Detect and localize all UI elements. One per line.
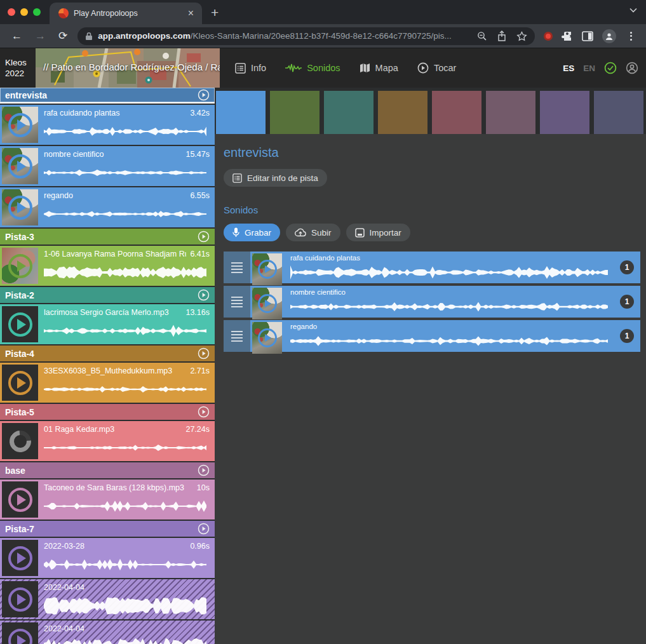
share-icon[interactable]	[497, 30, 506, 41]
sound-item[interactable]: regando 6.55s	[0, 187, 215, 227]
track-color-tab[interactable]	[378, 91, 427, 134]
play-icon[interactable]	[8, 587, 32, 612]
record-button[interactable]: Grabar	[224, 224, 280, 241]
edit-track-info-button[interactable]: Editar info de pista	[224, 169, 327, 187]
sync-check-icon[interactable]	[604, 62, 617, 74]
reload-button[interactable]: ⟳	[52, 29, 74, 43]
track-color-tab[interactable]	[270, 91, 320, 134]
sound-item[interactable]: 01 Raga Kedar.mp3 27.24s	[0, 421, 215, 461]
sound-thumbnail[interactable]	[252, 288, 282, 319]
track-play-icon[interactable]	[198, 464, 210, 476]
new-tab-button[interactable]: +	[202, 5, 227, 24]
play-icon[interactable]	[8, 196, 32, 220]
track-header[interactable]: Pista-5	[0, 404, 215, 420]
track-color-tab[interactable]	[594, 91, 643, 134]
track-color-tab[interactable]	[216, 91, 266, 137]
drag-handle-icon[interactable]	[224, 252, 250, 283]
play-icon[interactable]	[8, 254, 32, 278]
lang-en-button[interactable]: EN	[583, 64, 595, 73]
project-map-thumbnail[interactable]: // Patio en Bordador Rodríguez Ojeda / R…	[36, 48, 220, 88]
play-icon[interactable]	[8, 312, 32, 337]
sound-thumbnail[interactable]	[2, 423, 38, 459]
close-window-button[interactable]	[8, 8, 15, 16]
track-play-icon[interactable]	[198, 523, 210, 535]
browser-tab[interactable]: Play Antropoloops ×	[50, 3, 202, 24]
bookmark-star-icon[interactable]	[516, 31, 527, 41]
address-bar[interactable]: app.antropoloops.com/Kleos-Santa-Marina/…	[77, 27, 535, 45]
nav-tocar[interactable]: Tocar	[411, 57, 462, 79]
nav-info[interactable]: Info	[229, 58, 273, 79]
panel-sound-row[interactable]: regando 1	[224, 320, 640, 352]
play-icon[interactable]	[8, 371, 32, 395]
tab-close-icon[interactable]: ×	[186, 8, 196, 18]
track-header[interactable]: Pista-4	[0, 345, 215, 361]
profile-avatar-icon[interactable]	[602, 29, 616, 43]
track-header[interactable]: entrevista	[0, 88, 215, 104]
sound-thumbnail[interactable]	[2, 365, 38, 401]
track-play-icon[interactable]	[198, 406, 210, 418]
sound-thumbnail[interactable]	[2, 481, 38, 518]
browser-menu-icon[interactable]	[625, 32, 637, 41]
sound-thumbnail[interactable]	[2, 248, 38, 284]
track-name: Pista-4	[5, 349, 34, 359]
nav-sonidos[interactable]: Sonidos	[279, 58, 346, 78]
side-panel-icon[interactable]	[582, 31, 593, 41]
play-icon[interactable]	[8, 629, 32, 644]
track-play-icon[interactable]	[198, 347, 210, 359]
zoom-out-icon[interactable]	[477, 31, 487, 41]
forward-button[interactable]: →	[29, 30, 52, 43]
drag-handle-icon[interactable]	[224, 320, 250, 352]
nav-mapa[interactable]: Mapa	[353, 58, 405, 78]
sound-item[interactable]: rafa cuidando plantas 3.42s	[0, 105, 215, 145]
track-header[interactable]: Pista-7	[0, 521, 215, 537]
sound-item[interactable]: 2022-04-04	[0, 621, 215, 644]
play-icon[interactable]	[258, 294, 277, 313]
recording-extension-icon[interactable]	[544, 32, 553, 41]
play-icon[interactable]	[8, 113, 32, 137]
sound-thumbnail[interactable]	[2, 540, 38, 576]
lang-es-button[interactable]: ES	[563, 64, 574, 73]
sound-item[interactable]: nombre cientifico 15.47s	[0, 146, 215, 186]
zoom-window-button[interactable]	[33, 8, 41, 16]
track-color-tab[interactable]	[324, 91, 373, 134]
sound-thumbnail[interactable]	[2, 107, 38, 143]
sound-item[interactable]: 2022-04-04	[0, 579, 215, 619]
drag-handle-icon[interactable]	[224, 286, 250, 318]
track-header[interactable]: Pista-3	[0, 229, 215, 245]
sound-item[interactable]: Taconeo de Sara Baras (128 kbps).mp3 10s	[0, 480, 215, 520]
import-button[interactable]: Importar	[346, 224, 410, 241]
track-play-icon[interactable]	[198, 89, 210, 101]
account-icon[interactable]	[626, 62, 638, 74]
track-header[interactable]: Pista-2	[0, 287, 215, 303]
sound-item[interactable]: 2022-03-28 0.96s	[0, 538, 215, 578]
back-button[interactable]: ←	[5, 30, 29, 43]
track-header[interactable]: base	[0, 462, 215, 478]
track-color-tab[interactable]	[432, 91, 481, 134]
app-logo[interactable]: Kleos 2022	[0, 57, 36, 79]
sound-thumbnail[interactable]	[252, 322, 282, 354]
minimize-window-button[interactable]	[20, 8, 28, 16]
track-play-icon[interactable]	[198, 289, 210, 301]
track-play-icon[interactable]	[198, 231, 210, 243]
track-color-tab[interactable]	[486, 91, 535, 134]
play-icon[interactable]	[8, 488, 32, 512]
panel-sound-row[interactable]: nombre cientifico 1	[224, 286, 640, 318]
panel-sound-row[interactable]: rafa cuidando plantas 1	[224, 252, 640, 283]
upload-button[interactable]: Subir	[286, 224, 340, 241]
sound-thumbnail[interactable]	[2, 189, 38, 225]
sound-thumbnail[interactable]	[2, 306, 38, 342]
sound-thumbnail[interactable]	[252, 253, 282, 285]
sound-item[interactable]: lacrimosa Sergio García Merlo.mp3 13.16s	[0, 304, 215, 344]
play-icon[interactable]	[258, 328, 277, 347]
sound-thumbnail[interactable]	[2, 581, 38, 617]
sound-thumbnail[interactable]	[2, 622, 38, 644]
sound-thumbnail[interactable]	[2, 148, 38, 184]
sound-item[interactable]: 1-06 Lavanya Rama Poorna Shadjam Rupak..…	[0, 246, 215, 286]
tab-search-chevron-icon[interactable]	[629, 8, 637, 13]
play-icon[interactable]	[8, 546, 32, 570]
play-icon[interactable]	[258, 260, 277, 279]
track-color-tab[interactable]	[540, 91, 589, 134]
extensions-puzzle-icon[interactable]	[562, 30, 573, 42]
play-icon[interactable]	[8, 154, 32, 178]
sound-item[interactable]: 33ESX6038_B5_Muthedukkum.mp3 2.71s	[0, 363, 215, 403]
